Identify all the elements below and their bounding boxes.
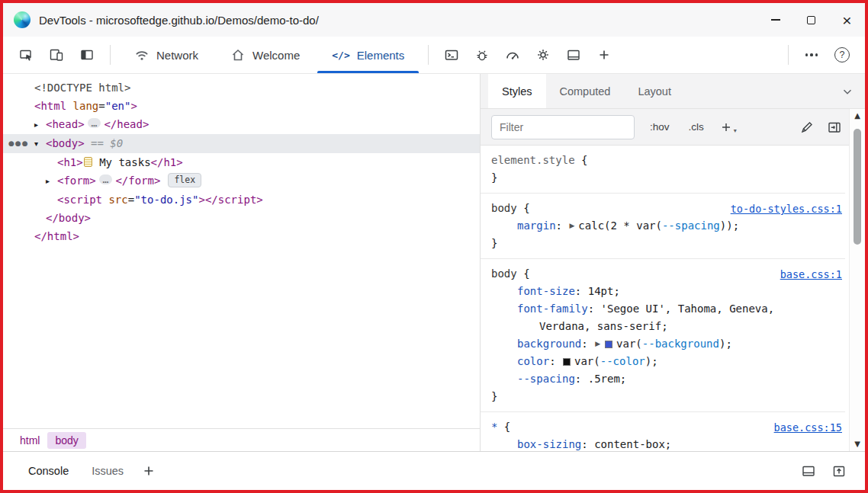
code-text: { bbox=[517, 202, 530, 214]
element-class-button[interactable]: .cls bbox=[685, 118, 708, 136]
code-text: : bbox=[575, 285, 588, 297]
tree-collapse-icon[interactable]: ▾ bbox=[34, 135, 46, 153]
breadcrumb-item-body[interactable]: body bbox=[47, 432, 85, 449]
styles-filter-input[interactable] bbox=[491, 115, 635, 139]
ellipsis-pill[interactable]: … bbox=[88, 118, 101, 128]
add-tools-button[interactable] bbox=[591, 42, 617, 68]
styles-scrollbar[interactable]: ▲ ▼ bbox=[849, 109, 865, 451]
tab-computed[interactable]: Computed bbox=[546, 74, 625, 108]
style-rules-list: element.style {}body {to-do-styles.css:1… bbox=[481, 146, 865, 451]
node-menu-icon[interactable]: ●●● bbox=[8, 134, 29, 152]
maximize-button[interactable] bbox=[793, 3, 829, 37]
css-line[interactable]: * {base.css:15 bbox=[481, 418, 845, 436]
tab-network[interactable]: Network bbox=[118, 37, 214, 73]
css-line[interactable]: margin: ▶calc(2 * var(--spacing)); bbox=[481, 217, 845, 235]
dom-tree-row[interactable]: <!DOCTYPE html> bbox=[3, 78, 480, 97]
css-property: margin bbox=[517, 219, 556, 232]
gear-icon bbox=[535, 47, 551, 62]
dock-button[interactable] bbox=[561, 42, 587, 68]
inspect-button[interactable] bbox=[13, 42, 39, 68]
stylesheet-link[interactable]: base.css:1 bbox=[780, 266, 842, 283]
tab-welcome[interactable]: Welcome bbox=[214, 37, 316, 73]
dom-tree-row[interactable]: ▸<form>…</form>flex bbox=[3, 171, 480, 190]
selection-hint: == $0 bbox=[85, 137, 124, 149]
css-line[interactable]: } bbox=[481, 388, 845, 405]
close-button[interactable]: × bbox=[829, 3, 865, 37]
css-line[interactable]: font-family: 'Segoe UI', Tahoma, Geneva, bbox=[481, 300, 845, 318]
home-icon bbox=[230, 47, 246, 62]
css-line[interactable]: } bbox=[481, 235, 845, 252]
css-line[interactable]: body {to-do-styles.css:1 bbox=[481, 200, 845, 217]
html-tag: </html> bbox=[34, 230, 79, 242]
html-tag: <form> bbox=[57, 174, 96, 187]
css-property: --spacing bbox=[517, 373, 575, 385]
font-editor-button[interactable] bbox=[799, 120, 815, 135]
styles-toolbar-icons bbox=[799, 120, 842, 135]
flex-badge[interactable]: flex bbox=[168, 173, 201, 187]
dom-tree-row[interactable]: ▸<head>…</head> bbox=[3, 115, 480, 134]
breadcrumb: html body bbox=[3, 428, 480, 451]
performance-button[interactable] bbox=[500, 42, 526, 68]
css-line[interactable]: --spacing: .5rem; bbox=[481, 370, 845, 388]
css-line[interactable]: Verdana, sans-serif; bbox=[481, 318, 845, 335]
help-button[interactable]: ? bbox=[829, 42, 855, 68]
minimize-button[interactable] bbox=[757, 3, 793, 37]
window-title: DevTools - microsoftedge.github.io/Demos… bbox=[39, 14, 319, 27]
css-line[interactable]: box-sizing: content-box; bbox=[481, 436, 845, 451]
dom-tree-row[interactable]: <script src="to-do.js"></script> bbox=[3, 190, 480, 209]
console-tool-button[interactable] bbox=[439, 42, 465, 68]
dom-tree-row[interactable]: <h1> My tasks</h1> bbox=[3, 153, 480, 171]
css-line[interactable]: body {base.css:1 bbox=[481, 265, 845, 283]
html-tag: ></script> bbox=[198, 194, 262, 206]
add-drawer-tab-button[interactable] bbox=[141, 463, 156, 479]
dom-tree-row[interactable]: <html lang="en"> bbox=[3, 97, 480, 115]
device-emulation-button[interactable] bbox=[43, 42, 69, 68]
stylesheet-link[interactable]: base.css:15 bbox=[774, 419, 842, 437]
dom-tree-row[interactable]: ●●●▾<body> == $0 bbox=[3, 134, 480, 153]
dom-tree-row[interactable]: </html> bbox=[3, 227, 480, 245]
pseudo-state-button[interactable]: :hov bbox=[646, 118, 674, 136]
device-toolbar-icon bbox=[49, 47, 64, 62]
breadcrumb-item-html[interactable]: html bbox=[12, 432, 47, 449]
code-text: } bbox=[491, 390, 497, 402]
css-line[interactable]: } bbox=[481, 169, 845, 187]
css-line[interactable]: color: var(--color); bbox=[481, 353, 845, 370]
html-attribute: src bbox=[102, 194, 128, 206]
debugger-button[interactable] bbox=[469, 42, 495, 68]
tab-label: Elements bbox=[357, 49, 405, 62]
new-style-rule-button[interactable]: ▾ bbox=[719, 120, 737, 134]
stylesheet-link[interactable]: to-do-styles.css:1 bbox=[731, 200, 842, 218]
drawer-dock-button[interactable] bbox=[801, 463, 816, 479]
toolbar-separator bbox=[428, 45, 429, 65]
more-tabs-button[interactable] bbox=[841, 74, 865, 108]
scrollbar-thumb[interactable] bbox=[854, 129, 861, 245]
computed-sidebar-button[interactable] bbox=[827, 120, 842, 135]
code-text: { bbox=[497, 421, 510, 433]
css-value: var( bbox=[616, 338, 642, 350]
tab-layout[interactable]: Layout bbox=[624, 74, 685, 108]
css-line[interactable]: font-size: 14pt; bbox=[481, 283, 845, 300]
tab-styles[interactable]: Styles bbox=[488, 74, 546, 108]
window-controls: × bbox=[757, 3, 865, 37]
tree-expand-icon[interactable]: ▸ bbox=[34, 116, 46, 134]
focus-mode-button[interactable] bbox=[74, 42, 100, 68]
css-line[interactable]: background: ▶var(--background); bbox=[481, 335, 845, 353]
ellipsis-pill[interactable]: … bbox=[99, 174, 113, 184]
tab-issues[interactable]: Issues bbox=[80, 452, 135, 490]
tab-console[interactable]: Console bbox=[17, 452, 80, 490]
expand-drawer-button[interactable] bbox=[831, 463, 847, 479]
tab-elements[interactable]: </> Elements bbox=[316, 37, 420, 73]
style-rule: body {base.css:1font-size: 14pt;font-fam… bbox=[481, 259, 845, 412]
console-drawer: Console Issues bbox=[3, 451, 865, 490]
tab-label: Network bbox=[156, 49, 198, 62]
tree-expand-icon[interactable]: ▸ bbox=[46, 172, 57, 190]
styles-panel: Styles Computed Layout :hov .cls ▾ bbox=[481, 74, 865, 451]
dom-tree-row[interactable]: </body> bbox=[3, 209, 480, 227]
styles-toolbar: :hov .cls ▾ bbox=[481, 109, 865, 146]
css-line[interactable]: element.style { bbox=[481, 152, 845, 169]
more-options-button[interactable] bbox=[799, 42, 825, 68]
scroll-down-icon[interactable]: ▼ bbox=[854, 440, 860, 448]
scroll-up-icon[interactable]: ▲ bbox=[854, 112, 860, 120]
color-swatch bbox=[605, 341, 612, 348]
settings-button[interactable] bbox=[530, 42, 556, 68]
